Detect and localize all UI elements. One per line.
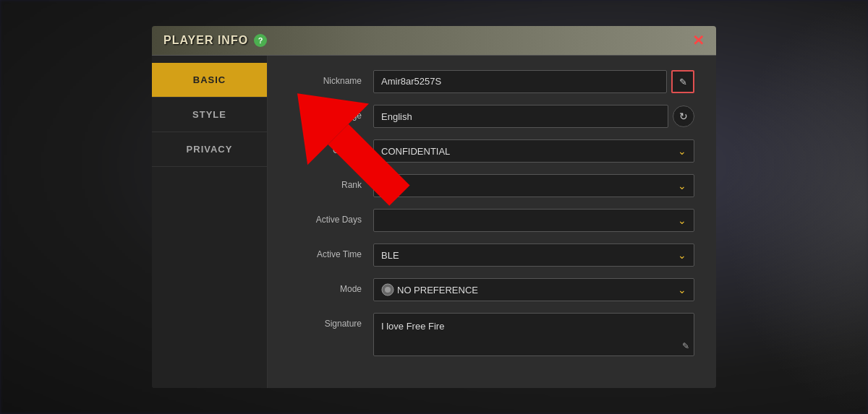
chevron-down-icon: ⌄ — [678, 284, 686, 296]
nickname-edit-button[interactable]: ✎ — [671, 70, 694, 93]
gender-row: Gender CONFIDENTIAL ⌄ — [289, 139, 694, 163]
sidebar: BASIC STYLE PRIVACY — [152, 56, 268, 388]
mode-dropdown[interactable]: NO PREFERENCE ⌄ — [373, 278, 694, 301]
svg-text:C: C — [386, 182, 391, 190]
active-time-dropdown[interactable]: BLE ⌄ — [373, 243, 694, 267]
player-info-modal: PLAYER INFO ? ✕ BASIC STYLE PRIVACY Nick… — [152, 26, 716, 388]
close-button[interactable]: ✕ — [692, 33, 705, 48]
modal-header: PLAYER INFO ? ✕ — [152, 26, 716, 56]
active-time-row: Active Time BLE ⌄ — [289, 243, 694, 267]
language-label: Language — [289, 105, 362, 121]
active-time-label: Active Time — [289, 243, 362, 259]
rank-label: Rank — [289, 174, 362, 190]
nickname-control: Amir8ar5257S ✎ — [373, 70, 694, 93]
chevron-down-icon: ⌄ — [678, 249, 686, 261]
sidebar-item-privacy[interactable]: PRIVACY — [152, 132, 267, 167]
chevron-down-icon: ⌄ — [678, 215, 686, 226]
svg-point-3 — [385, 287, 391, 293]
chevron-down-icon: ⌄ — [678, 180, 686, 191]
language-display: English — [373, 105, 668, 128]
active-time-value: BLE — [381, 250, 678, 261]
nickname-label: Nickname — [289, 70, 362, 86]
gender-dropdown[interactable]: CONFIDENTIAL ⌄ — [373, 139, 694, 163]
edit-icon: ✎ — [679, 77, 687, 87]
signature-control: I love Free Fire ✎ — [373, 313, 694, 356]
help-badge[interactable]: ? — [254, 34, 267, 47]
active-days-dropdown[interactable]: ⌄ — [373, 209, 694, 232]
rank-row: Rank C C ⌄ — [289, 174, 694, 197]
gender-value: CONFIDENTIAL — [381, 146, 678, 157]
signature-row: Signature I love Free Fire ✎ — [289, 313, 694, 356]
refresh-icon: ↻ — [679, 111, 688, 122]
language-row: Language English ↻ — [289, 105, 694, 128]
language-control: English ↻ — [373, 105, 694, 128]
mode-label: Mode — [289, 278, 362, 294]
modal-title: PLAYER INFO — [163, 34, 248, 47]
content-area: Nickname Amir8ar5257S ✎ Language English — [268, 56, 716, 388]
signature-label: Signature — [289, 313, 362, 329]
sidebar-item-style[interactable]: STYLE — [152, 98, 267, 132]
signature-edit-button[interactable]: ✎ — [682, 341, 689, 351]
sidebar-item-basic[interactable]: BASIC — [152, 63, 267, 98]
mode-icon — [381, 283, 394, 296]
active-days-control: ⌄ — [373, 209, 694, 232]
rank-value: C — [400, 181, 678, 191]
mode-row: Mode NO PREFERENCE ⌄ — [289, 278, 694, 301]
nickname-row: Nickname Amir8ar5257S ✎ — [289, 70, 694, 93]
gender-label: Gender — [289, 139, 362, 155]
active-days-row: Active Days ⌄ — [289, 209, 694, 232]
active-days-label: Active Days — [289, 209, 362, 225]
rank-control: C C ⌄ — [373, 174, 694, 197]
active-time-control: BLE ⌄ — [373, 243, 694, 267]
signature-text: I love Free Fire — [381, 319, 686, 334]
signature-area: I love Free Fire ✎ — [373, 313, 694, 356]
mode-value: NO PREFERENCE — [397, 285, 678, 296]
mode-control: NO PREFERENCE ⌄ — [373, 278, 694, 301]
nickname-input[interactable]: Amir8ar5257S — [373, 70, 667, 93]
modal-body: BASIC STYLE PRIVACY Nickname Amir8ar5257… — [152, 56, 716, 388]
gender-control: CONFIDENTIAL ⌄ — [373, 139, 694, 163]
language-refresh-button[interactable]: ↻ — [673, 105, 694, 127]
chevron-down-icon: ⌄ — [678, 145, 686, 157]
rank-dropdown[interactable]: C C ⌄ — [373, 174, 694, 197]
rank-icon: C — [381, 178, 396, 193]
modal-title-area: PLAYER INFO ? — [163, 34, 267, 47]
